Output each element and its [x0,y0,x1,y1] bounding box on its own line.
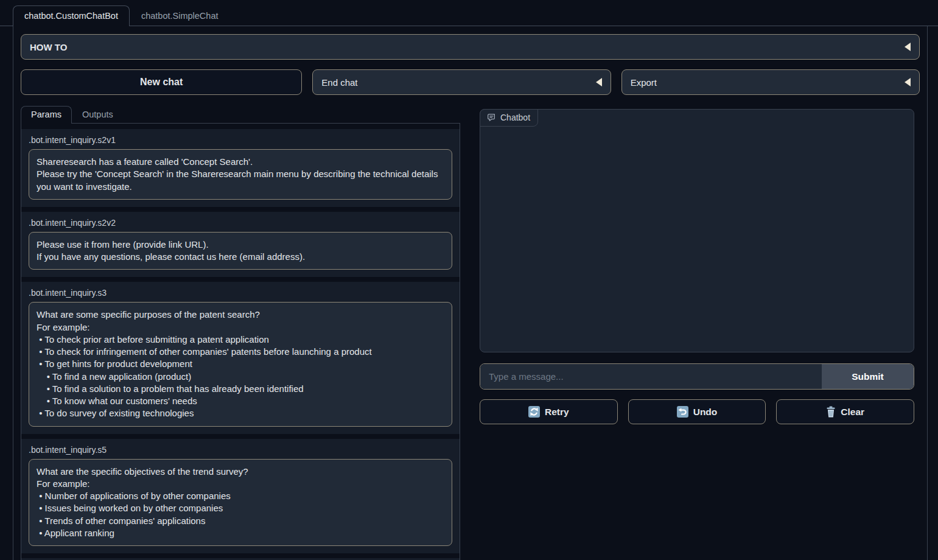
param-block-s2v2: .bot.intent_inquiry.s2v2 Please use it f… [21,212,460,278]
param-textarea-s2v1[interactable]: Shareresearch has a feature called 'Conc… [29,149,452,200]
chatbot-column: Chatbot Submit [480,109,914,424]
howto-accordion-label: HOW TO [30,42,67,52]
param-textarea-s3[interactable]: What are some specific purposes of the p… [29,302,452,426]
chatbot-label-chip: Chatbot [480,109,538,127]
params-tab-bar: Params Outputs [21,105,460,124]
undo-button[interactable]: Undo [628,399,766,424]
params-column: Params Outputs .bot.intent_inquiry.s2v1 … [21,105,460,560]
param-block-s2v1: .bot.intent_inquiry.s2v1 Shareresearch h… [21,129,460,207]
param-label: .bot.intent_inquiry.s2v1 [29,135,452,145]
chat-bubble-icon [486,113,496,122]
export-accordion[interactable]: Export [621,69,920,95]
tab-simple-chat[interactable]: chatbot.SimpleChat [130,5,230,26]
app-tab-bar: chatbot.CustomChatBot chatbot.SimpleChat [0,0,938,26]
message-input[interactable] [480,364,822,389]
param-label: .bot.intent_inquiry.s2v2 [29,218,452,228]
param-textarea-s2v2[interactable]: Please use it from here (provide link UR… [29,232,452,270]
chat-actions-row: Retry Undo [480,399,914,424]
retry-button[interactable]: Retry [480,399,618,424]
chevron-left-icon [905,43,911,51]
tab-outputs[interactable]: Outputs [72,106,124,124]
param-textarea-s5[interactable]: What are the specific objectives of the … [29,459,452,547]
chevron-left-icon [596,78,602,86]
param-label: .bot.intent_inquiry.s3 [29,288,452,298]
message-input-row: Submit [480,363,914,390]
export-label: Export [631,77,657,88]
chatbot-label: Chatbot [500,113,530,122]
retry-icon [528,406,540,418]
clear-button[interactable]: Clear [776,399,914,424]
param-block-s3: .bot.intent_inquiry.s3 What are some spe… [21,282,460,433]
tab-params[interactable]: Params [21,106,72,124]
submit-button[interactable]: Submit [822,364,914,389]
end-chat-accordion[interactable]: End chat [312,69,611,95]
retry-label: Retry [545,407,569,418]
end-chat-label: End chat [321,77,357,88]
clear-label: Clear [841,407,864,418]
actions-row: New chat End chat Export [21,69,920,95]
chevron-left-icon [905,78,911,86]
chatbot-message-area: Chatbot [480,109,914,352]
params-tab-content: .bot.intent_inquiry.s2v1 Shareresearch h… [21,124,460,560]
custom-chatbot-panel: HOW TO New chat End chat Export Params O… [13,26,928,560]
undo-label: Undo [693,407,718,418]
tab-custom-chatbot[interactable]: chatbot.CustomChatBot [13,5,130,26]
trash-icon [826,406,836,418]
param-block-s5: .bot.intent_inquiry.s5 What are the spec… [21,439,460,554]
howto-accordion[interactable]: HOW TO [21,34,920,60]
undo-icon [677,406,688,418]
param-label: .bot.intent_inquiry.s5 [29,445,452,455]
new-chat-button[interactable]: New chat [21,69,302,95]
